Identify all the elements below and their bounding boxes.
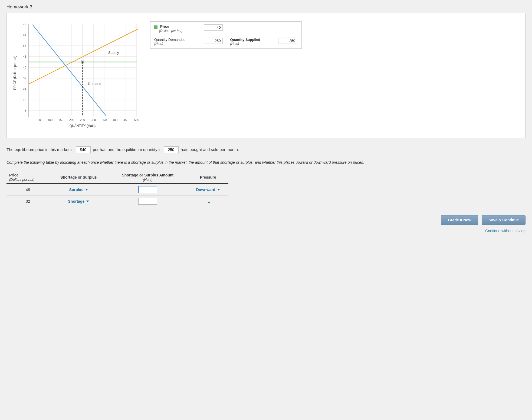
pressure-header-label: Pressure — [200, 175, 216, 179]
shortage-surplus-dropdown-32[interactable]: Shortage — [68, 199, 89, 204]
supply-demand-chart: 0 8 16 24 32 40 48 56 64 72 — [12, 19, 142, 132]
qty-demanded-sub: (Hats) — [154, 42, 163, 46]
equilibrium-section: The equilibrium price in this market is … — [6, 146, 526, 153]
demand-chart-label: Demand — [88, 82, 101, 86]
qty-demanded-label: Quantity Demanded — [154, 38, 186, 42]
svg-text:48: 48 — [23, 55, 26, 58]
qty-supplied-input[interactable] — [278, 38, 297, 44]
svg-text:QUANTITY (Hats): QUANTITY (Hats) — [70, 124, 96, 128]
equilibrium-qty-input[interactable] — [164, 146, 179, 153]
dropdown-arrow-icon-32 — [86, 201, 89, 202]
svg-text:PRICE (Dollars per hat): PRICE (Dollars per hat) — [13, 56, 17, 90]
qty-supplied-label: Quantity Supplied — [230, 38, 260, 42]
instructions-text: Complete the following table by indicati… — [6, 159, 526, 165]
shortage-table-body: 48 Surplus Downward — [6, 183, 228, 207]
shortage-surplus-header-label: Shortage or Surplus — [60, 175, 97, 179]
svg-text:100: 100 — [48, 118, 52, 122]
equilibrium-price-input[interactable] — [76, 146, 91, 153]
pressure-arrow-icon-48 — [217, 189, 220, 191]
table-header-row-1: Price (Dollars per hat) Shortage or Surp… — [6, 171, 228, 183]
svg-text:350: 350 — [102, 118, 107, 122]
shortage-surplus-cell-32: Shortage — [49, 196, 108, 207]
svg-text:50: 50 — [38, 118, 41, 122]
shortage-surplus-label-48: Surplus — [69, 188, 83, 192]
svg-line-47 — [32, 25, 106, 116]
continue-without-saving-link[interactable]: Continue without saving — [485, 229, 526, 233]
bottom-buttons-area: Grade It Now Save & Continue Continue wi… — [6, 215, 526, 233]
svg-text:72: 72 — [23, 22, 26, 26]
table-row: 32 Shortage — [6, 196, 228, 207]
page-title: Homework 3 — [6, 4, 526, 10]
svg-text:24: 24 — [23, 87, 26, 91]
pressure-dropdown-48[interactable]: Downward — [196, 188, 220, 192]
price-cell-32: 32 — [6, 196, 49, 207]
supply-chart-label: Supply — [108, 51, 119, 55]
svg-text:32: 32 — [23, 77, 26, 80]
price-label-cell: Price (Dollars per hat) — [151, 22, 195, 35]
shortage-surplus-label-32: Shortage — [68, 199, 85, 204]
price-value-48: 48 — [26, 188, 30, 192]
price-sub-label: (Dollars per hat) — [159, 29, 182, 33]
main-panel: 0 8 16 24 32 40 48 56 64 72 — [6, 13, 526, 139]
svg-text:400: 400 — [113, 118, 117, 122]
price-col-header: Price (Dollars per hat) — [6, 171, 49, 183]
qty-supplied-value-cell — [270, 35, 301, 48]
equilibrium-text-after: hats bought and sold per month. — [181, 147, 239, 152]
shortage-amount-col-header: Shortage or Surplus Amount (Hats) — [108, 171, 188, 183]
price-header-sub: (Dollars per hat) — [9, 178, 34, 182]
svg-text:450: 450 — [123, 118, 128, 122]
qty-demanded-input[interactable] — [204, 38, 223, 44]
amount-input-32[interactable] — [138, 198, 157, 205]
svg-text:40: 40 — [23, 66, 26, 69]
pressure-arrow-icon-32 — [208, 202, 210, 204]
table-row: 48 Surplus Downward — [6, 183, 228, 196]
grade-it-now-button[interactable]: Grade It Now — [441, 215, 478, 225]
pressure-cell-32 — [188, 196, 228, 207]
pressure-label-48: Downward — [196, 188, 215, 192]
equilibrium-text-middle: per hat, and the equilibrium quantity is — [93, 147, 161, 152]
svg-text:0: 0 — [28, 118, 29, 122]
qty-supplied-sub: (Hats) — [230, 42, 239, 46]
instructions-content: Complete the following table by indicati… — [6, 160, 364, 165]
btn-row: Grade It Now Save & Continue — [441, 215, 526, 225]
amount-input-48[interactable] — [138, 186, 157, 193]
price-value-32: 32 — [26, 199, 30, 204]
price-value-cell — [196, 22, 226, 35]
price-main-label: Price — [160, 24, 169, 29]
dropdown-arrow-icon-48 — [85, 189, 88, 191]
price-info-table: Price (Dollars per hat) Quantity Demande… — [150, 21, 302, 49]
pressure-col-header: Pressure — [188, 171, 228, 183]
qty-demanded-label-cell: Quantity Demanded (Hats) — [151, 35, 195, 48]
svg-text:16: 16 — [23, 98, 26, 101]
svg-text:300: 300 — [91, 118, 96, 122]
shortage-surplus-col-header: Shortage or Surplus — [49, 171, 108, 183]
svg-text:56: 56 — [23, 44, 26, 47]
green-legend-square — [154, 25, 157, 29]
shortage-surplus-table: Price (Dollars per hat) Shortage or Surp… — [6, 171, 228, 207]
price-table-area: Price (Dollars per hat) Quantity Demande… — [150, 19, 520, 133]
svg-text:500: 500 — [134, 118, 139, 122]
svg-text:64: 64 — [23, 33, 26, 37]
amount-cell-48 — [108, 183, 188, 196]
pressure-cell-48: Downward — [188, 183, 228, 196]
equilibrium-text-before: The equilibrium price in this market is — [6, 147, 74, 152]
shortage-surplus-cell-48: Surplus — [49, 183, 108, 196]
chart-area: 0 8 16 24 32 40 48 56 64 72 — [12, 19, 142, 133]
qty-demanded-value-cell — [196, 35, 226, 48]
price-header-label: Price — [9, 173, 18, 177]
svg-text:250: 250 — [80, 118, 85, 122]
svg-text:8: 8 — [25, 109, 26, 112]
pressure-dropdown-32[interactable] — [206, 202, 210, 204]
shortage-amount-header-sub: (Hats) — [143, 178, 152, 182]
price-value-input[interactable] — [204, 24, 223, 31]
amount-cell-32 — [108, 196, 188, 207]
svg-text:150: 150 — [58, 118, 63, 122]
shortage-amount-header-label: Shortage or Surplus Amount — [122, 173, 173, 177]
qty-supplied-label-cell: Quantity Supplied (Hats) — [227, 35, 270, 48]
svg-text:0: 0 — [25, 114, 26, 118]
shortage-surplus-dropdown-48[interactable]: Surplus — [69, 188, 88, 192]
save-continue-button[interactable]: Save & Continue — [482, 215, 526, 225]
price-cell-48: 48 — [6, 183, 49, 196]
svg-text:200: 200 — [69, 118, 74, 122]
